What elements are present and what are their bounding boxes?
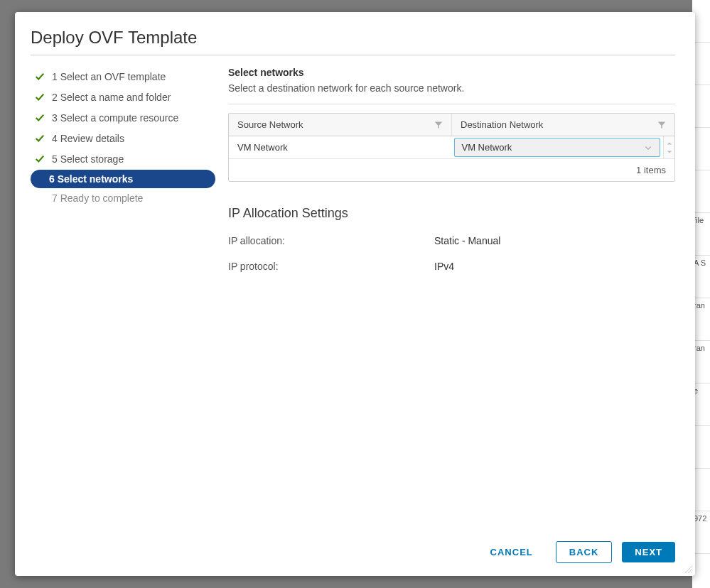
scroll-arrows bbox=[663, 136, 674, 158]
cancel-button[interactable]: CANCEL bbox=[478, 542, 546, 562]
content-pane: Select networks Select a destination net… bbox=[228, 67, 675, 533]
section-description: Select a destination network for each so… bbox=[228, 82, 675, 94]
back-button[interactable]: BACK bbox=[556, 541, 613, 563]
step-label: 3 Select a compute resource bbox=[52, 112, 178, 124]
check-icon bbox=[33, 153, 46, 165]
deploy-ovf-dialog: Deploy OVF Template 1 Select an OVF temp… bbox=[15, 12, 695, 576]
step-label: 7 Ready to complete bbox=[52, 192, 143, 204]
step-label: 4 Review details bbox=[52, 133, 124, 144]
scroll-up[interactable] bbox=[664, 139, 674, 148]
table-footer: 1 items bbox=[229, 159, 674, 181]
ip-allocation-title: IP Allocation Settings bbox=[228, 206, 675, 221]
ip-allocation-value: Static - Manual bbox=[434, 235, 500, 246]
step-2[interactable]: 2 Select a name and folder bbox=[31, 87, 215, 107]
dialog-footer: CANCEL BACK NEXT bbox=[31, 533, 675, 563]
select-value: VM Network bbox=[462, 142, 512, 153]
section-title: Select networks bbox=[228, 67, 675, 78]
next-button[interactable]: NEXT bbox=[622, 542, 675, 562]
header-label: Source Network bbox=[237, 119, 303, 130]
source-network-cell: VM Network bbox=[229, 136, 453, 158]
destination-network-cell: VM Network bbox=[453, 136, 664, 158]
step-5[interactable]: 5 Select storage bbox=[31, 149, 215, 169]
step-4[interactable]: 4 Review details bbox=[31, 129, 215, 148]
table-row: VM Network VM Network bbox=[229, 136, 674, 159]
dialog-title: Deploy OVF Template bbox=[31, 28, 675, 55]
step-label: 1 Select an OVF template bbox=[52, 71, 166, 82]
step-6-active[interactable]: 6 Select networks bbox=[31, 170, 215, 188]
filter-icon[interactable] bbox=[434, 121, 443, 129]
ip-allocation-label: IP allocation: bbox=[228, 235, 434, 246]
filter-icon[interactable] bbox=[657, 121, 666, 129]
divider bbox=[228, 104, 675, 104]
step-label: 2 Select a name and folder bbox=[52, 92, 171, 103]
ip-protocol-value: IPv4 bbox=[434, 261, 454, 272]
ip-protocol-label: IP protocol: bbox=[228, 261, 434, 272]
resize-handle-icon[interactable] bbox=[684, 565, 693, 574]
check-icon bbox=[33, 70, 46, 83]
destination-network-select[interactable]: VM Network bbox=[454, 138, 661, 157]
table-header: Source Network Destination Network bbox=[229, 114, 674, 136]
ip-allocation-row: IP allocation: Static - Manual bbox=[228, 235, 675, 246]
header-source-network[interactable]: Source Network bbox=[229, 114, 452, 136]
scroll-down[interactable] bbox=[664, 148, 674, 156]
wizard-steps: 1 Select an OVF template 2 Select a name… bbox=[31, 67, 215, 533]
chevron-down-icon bbox=[644, 143, 652, 152]
header-destination-network[interactable]: Destination Network bbox=[452, 114, 674, 136]
check-icon bbox=[33, 111, 46, 124]
network-table: Source Network Destination Network VM Ne… bbox=[228, 113, 675, 182]
step-1[interactable]: 1 Select an OVF template bbox=[31, 67, 215, 87]
step-7: 7 Ready to complete bbox=[31, 189, 215, 207]
check-icon bbox=[33, 91, 46, 104]
step-label: 5 Select storage bbox=[52, 153, 124, 165]
header-label: Destination Network bbox=[461, 119, 543, 130]
ip-protocol-row: IP protocol: IPv4 bbox=[228, 261, 675, 272]
step-3[interactable]: 3 Select a compute resource bbox=[31, 108, 215, 128]
step-label: 6 Select networks bbox=[49, 173, 133, 185]
check-icon bbox=[33, 132, 46, 145]
